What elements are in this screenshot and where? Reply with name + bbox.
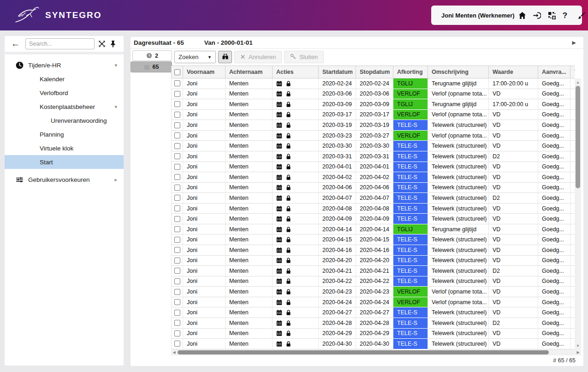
row-checkbox[interactable]: [174, 299, 180, 305]
row-checkbox[interactable]: [174, 195, 180, 201]
table-row[interactable]: Joni Menten 2020-03-09 2020-03-09 TGLIJ …: [172, 99, 575, 110]
vertical-scrollbar-thumb[interactable]: [576, 86, 580, 188]
table-row[interactable]: Joni Menten 2020-04-21 2020-04-21 TELE-S…: [172, 266, 575, 276]
row-checkbox[interactable]: [174, 310, 180, 316]
calendar-icon[interactable]: [276, 320, 282, 326]
row-checkbox[interactable]: [174, 185, 180, 191]
col-stopdatum[interactable]: Stopdatum: [356, 66, 393, 78]
horizontal-scrollbar-thumb[interactable]: [178, 350, 549, 354]
row-checkbox[interactable]: [174, 174, 180, 180]
scroll-down-icon[interactable]: ▼: [575, 342, 581, 349]
row-checkbox[interactable]: [174, 320, 180, 326]
table-row[interactable]: Joni Menten 2020-04-01 2020-04-01 TELE-S…: [172, 162, 575, 173]
table-row[interactable]: Joni Menten 2020-03-30 2020-03-30 TELE-S…: [172, 141, 575, 151]
lock-icon[interactable]: [285, 226, 291, 233]
lock-icon[interactable]: [285, 80, 291, 87]
tab-result-2[interactable]: 2: [132, 50, 172, 61]
lock-icon[interactable]: [285, 299, 291, 306]
sidebar-item-planning[interactable]: Planning: [5, 127, 124, 141]
row-checkbox[interactable]: [174, 164, 180, 170]
row-checkbox[interactable]: [174, 330, 180, 336]
table-row[interactable]: Joni Menten 2020-04-14 2020-04-14 TGLIJ …: [172, 224, 575, 235]
calendar-icon[interactable]: [276, 143, 282, 149]
calendar-icon[interactable]: [276, 90, 282, 97]
qr-code-icon[interactable]: [548, 12, 556, 19]
sidebar-item-tijden-ehr[interactable]: Tijden/e-HR ▾: [5, 58, 124, 72]
search-input[interactable]: [25, 38, 95, 49]
panel-expand-arrow-icon[interactable]: ▶: [572, 40, 576, 46]
lock-icon[interactable]: [285, 205, 291, 212]
row-checkbox[interactable]: [174, 112, 180, 118]
calendar-icon[interactable]: [276, 184, 282, 191]
row-checkbox[interactable]: [174, 268, 180, 274]
scroll-left-icon[interactable]: ◀: [171, 349, 177, 355]
lock-icon[interactable]: [285, 320, 291, 326]
calendar-icon[interactable]: [276, 268, 282, 274]
table-row[interactable]: Joni Menten 2020-04-09 2020-04-09 TELE-S…: [172, 214, 575, 224]
table-row[interactable]: Joni Menten 2020-02-24 2020-02-24 TGLIJ …: [172, 78, 575, 89]
sidebar-item-kostenplaatsbeheer[interactable]: Kostenplaatsbeheer ▾: [5, 100, 124, 114]
calendar-icon[interactable]: [276, 153, 282, 160]
col-type[interactable]: Ty: [570, 66, 575, 78]
calendar-icon[interactable]: [276, 195, 282, 201]
lock-icon[interactable]: [285, 174, 291, 180]
lock-icon[interactable]: [285, 163, 291, 170]
table-row[interactable]: Joni Menten 2020-04-23 2020-04-23 VERLOF…: [172, 287, 575, 297]
row-checkbox[interactable]: [174, 143, 180, 149]
table-row[interactable]: Joni Menten 2020-04-27 2020-04-27 TELE-S…: [172, 307, 575, 318]
table-row[interactable]: Joni Menten 2020-03-19 2020-03-19 TELE-S…: [172, 120, 575, 131]
cancel-button[interactable]: ✕ Annuleren: [234, 51, 282, 63]
help-icon[interactable]: ?: [563, 12, 570, 19]
calendar-icon[interactable]: [276, 288, 282, 295]
close-button[interactable]: Sluiten: [284, 51, 324, 63]
lock-icon[interactable]: [285, 278, 291, 284]
col-voornaam[interactable]: Voornaam: [183, 66, 226, 78]
scroll-up-icon[interactable]: ▲: [575, 79, 581, 85]
lock-icon[interactable]: [285, 288, 291, 295]
table-row[interactable]: Joni Menten 2020-04-20 2020-04-20 TELE-S…: [172, 256, 575, 266]
table-row[interactable]: Joni Menten 2020-04-15 2020-04-15 TELE-S…: [172, 234, 575, 245]
sidebar-item-kalender[interactable]: Kalender: [5, 72, 124, 86]
calendar-icon[interactable]: [276, 80, 282, 87]
calendar-icon[interactable]: [276, 216, 282, 222]
table-row[interactable]: Joni Menten 2020-03-06 2020-03-06 VERLOF…: [172, 89, 575, 100]
calendar-icon[interactable]: [276, 205, 282, 212]
calendar-icon[interactable]: [276, 299, 282, 306]
col-afkorting[interactable]: Afkorting: [393, 66, 428, 78]
lock-icon[interactable]: [285, 153, 291, 160]
table-row[interactable]: Joni Menten 2020-04-30 2020-04-30 TELE-S…: [172, 339, 575, 349]
sidebar-item-virtuele-klok[interactable]: Virtuele klok: [5, 141, 124, 155]
lock-icon[interactable]: [285, 184, 291, 191]
row-checkbox[interactable]: [174, 237, 180, 243]
calendar-icon[interactable]: [276, 101, 282, 108]
calendar-icon[interactable]: [276, 174, 282, 180]
row-checkbox[interactable]: [174, 91, 180, 97]
table-row[interactable]: Joni Menten 2020-04-02 2020-04-02 TELE-S…: [172, 172, 575, 183]
lock-icon[interactable]: [285, 236, 291, 243]
lock-icon[interactable]: [285, 90, 291, 97]
horizontal-scrollbar[interactable]: ◀ ▶: [171, 349, 581, 355]
vertical-scrollbar[interactable]: ▲ ▼: [575, 78, 581, 349]
table-row[interactable]: Joni Menten 2020-04-24 2020-04-24 VERLOF…: [172, 297, 575, 308]
lock-icon[interactable]: [285, 216, 291, 222]
col-waarde[interactable]: Waarde: [489, 66, 538, 78]
lock-icon[interactable]: [285, 195, 291, 201]
calendar-icon[interactable]: [276, 257, 282, 264]
calendar-icon[interactable]: [276, 309, 282, 316]
table-row[interactable]: Joni Menten 2020-04-29 2020-04-29 TELE-S…: [172, 329, 575, 339]
row-checkbox[interactable]: [174, 132, 180, 138]
calendar-icon[interactable]: [276, 122, 282, 128]
calendar-icon[interactable]: [276, 236, 282, 243]
row-checkbox[interactable]: [174, 80, 180, 86]
home-icon[interactable]: [518, 12, 526, 19]
col-acties[interactable]: Acties: [273, 66, 319, 78]
table-row[interactable]: Joni Menten 2020-03-17 2020-03-17 VERLOF…: [172, 110, 575, 120]
calendar-icon[interactable]: [276, 330, 282, 336]
row-checkbox[interactable]: [174, 258, 180, 264]
lock-icon[interactable]: [285, 247, 291, 253]
col-omschrijving[interactable]: Omschrijving: [428, 66, 489, 78]
row-checkbox[interactable]: [174, 205, 180, 211]
scroll-right-icon[interactable]: ▶: [575, 349, 581, 355]
select-all-checkbox[interactable]: [174, 69, 180, 75]
lock-icon[interactable]: [285, 132, 291, 139]
